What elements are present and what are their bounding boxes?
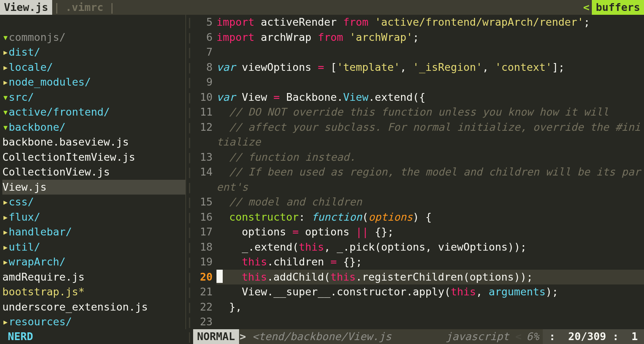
tree-item-bootstrap-js-[interactable]: bootstrap.js* [2,284,185,300]
status-total: 309 [587,329,606,344]
vsplit-segment: | [187,180,193,195]
code-line[interactable]: }, [216,300,644,315]
tree-item-view-js[interactable]: View.js [2,180,185,195]
tree-item-backbone-baseview-js[interactable]: backbone.baseview.js [2,135,185,150]
line-number-wrap [193,180,213,195]
code-line[interactable]: // If been used as region, the model and… [216,165,644,180]
tree-item-locale-[interactable]: ▸ locale/ [2,60,185,75]
code-line[interactable]: _.extend(this, _.pick(options, viewOptio… [216,240,644,255]
vsplit-segment: | [187,300,193,315]
expander-icon[interactable]: ▸ [2,240,9,255]
expander-icon[interactable]: ▾ [2,90,9,105]
line-number: 11 [193,105,213,120]
code-line[interactable]: View.__super__.constructor.apply(this, a… [216,284,644,300]
expander-icon[interactable]: ▸ [2,60,9,75]
vsplit-segment: | [187,15,193,30]
expander-icon[interactable]: ▸ [2,314,9,329]
tree-item-backbone-[interactable]: ▾ backbone/ [2,120,185,135]
vsplit-segment: | [187,120,193,135]
code-line[interactable]: options = options || {}; [216,225,644,240]
expander-icon[interactable]: ▸ [2,225,9,240]
code-line[interactable]: var View = Backbone.View.extend({ [216,90,644,105]
vsplit-segment: | [187,284,193,300]
vsplit-segment: | [187,195,193,210]
expander-icon[interactable]: ▸ [2,210,9,225]
expander-icon[interactable]: ▸ [2,45,9,60]
tree-item-src-[interactable]: ▾ src/ [2,90,185,105]
tree-item-collectionview-js[interactable]: CollectionView.js [2,165,185,180]
line-number: 5 [193,15,213,30]
code-line[interactable] [216,45,644,60]
tree-root[interactable] [2,15,185,30]
tree-item-node-modules-[interactable]: ▸ node_modules/ [2,75,185,90]
vsplit-segment: | [187,75,193,90]
expander-icon[interactable]: ▸ [2,195,9,210]
vertical-split-bar[interactable]: ||||||||||||||||||||| [186,15,193,329]
code-line[interactable]: this.addChild(this.registerChildren(opti… [216,270,644,285]
status-filetype: javascript [440,329,515,344]
status-col: 1 [632,329,638,344]
expander-icon[interactable]: ▸ [2,254,9,270]
code-line[interactable]: // affect your subclass. For normal init… [216,120,644,135]
vsplit-segment: | [187,105,193,120]
editor-pane[interactable]: 56789101112 1314 151617181920212223 impo… [193,15,644,329]
line-number: 15 [193,195,213,210]
vsplit-segment: | [187,254,193,270]
status-position: : 20/309 : 1 [543,329,644,344]
tree-item-css-[interactable]: ▸ css/ [2,195,185,210]
tree-item-dist-[interactable]: ▸ dist/ [2,45,185,60]
tree-item-util-[interactable]: ▸ util/ [2,240,185,255]
code-line-wrap[interactable]: tialize [216,135,644,150]
code-line[interactable]: // function instead. [216,150,644,165]
tree-item-handlebar-[interactable]: ▸ handlebar/ [2,225,185,240]
code-line[interactable]: import activeRender from 'active/fronten… [216,15,644,30]
vsplit-segment: | [187,150,193,165]
vsplit-segment: | [187,90,193,105]
vim-window: View.js | .vimrc | < buffers ▾ commonjs/… [0,0,644,344]
vsplit-segment: | [187,314,193,329]
code-line-wrap[interactable]: ent's [216,180,644,195]
vsplit-segment: | [187,210,193,225]
code-line[interactable]: // model and children [216,195,644,210]
line-number: 9 [193,75,213,90]
tree-item-collectionitemview-js[interactable]: CollectionItemView.js [2,150,185,165]
expander-icon[interactable]: ▾ [2,30,9,45]
tree-item-active-frontend-[interactable]: ▾ active/frontend/ [2,105,185,120]
separator-angle-left: < [515,329,523,344]
tree-item-amdrequire-js[interactable]: amdRequire.js [2,270,185,285]
code-line[interactable] [216,314,644,329]
expander-icon[interactable]: ▾ [2,105,9,120]
tab-view-js[interactable]: View.js [0,0,52,15]
vsplit-segment: | [187,30,193,45]
tree-item-wraparch-[interactable]: ▸ wrapArch/ [2,254,185,270]
vsplit-segment: | [187,165,193,180]
vsplit-segment: | [187,240,193,255]
line-number: 6 [193,30,213,45]
status-filepath: <tend/backbone/View.js [247,329,397,344]
code-line[interactable]: constructor: function(options) { [216,210,644,225]
tree-item-resources-[interactable]: ▸ resources/ [2,314,185,329]
code-line[interactable] [216,75,644,90]
code-line[interactable]: import archWrap from 'archWrap'; [216,30,644,45]
tree-item-underscore-extension-js[interactable]: underscore_extension.js [2,300,185,315]
main-area: ▾ commonjs/ ▸ dist/ ▸ locale/ ▸ node_mod… [0,15,644,329]
nerdtree-status: NERD [0,329,186,344]
code-line[interactable]: // DO NOT override this function unless … [216,105,644,120]
buffers-indicator[interactable]: buffers [592,0,644,15]
line-number: 21 [193,284,213,300]
nerdtree-sidebar[interactable]: ▾ commonjs/ ▸ dist/ ▸ locale/ ▸ node_mod… [0,15,186,329]
vsplit-segment: | [187,270,193,285]
tab-vimrc[interactable]: .vimrc [62,0,107,15]
line-number-gutter: 56789101112 1314 151617181920212223 [193,15,216,329]
tree-item-commonjs-[interactable]: ▾ commonjs/ [2,30,185,45]
code-line[interactable]: this.children = {}; [216,254,644,270]
status-sep1: : [549,329,555,344]
tab-separator: | [52,0,62,15]
statusline: NERD | NORMAL > <tend/backbone/View.js j… [0,329,644,344]
code-area[interactable]: import activeRender from 'active/fronten… [216,15,644,329]
expander-icon[interactable]: ▸ [2,75,9,90]
expander-icon[interactable]: ▾ [2,120,9,135]
line-number: 13 [193,150,213,165]
code-line[interactable]: var viewOptions = ['template', '_isRegio… [216,60,644,75]
tree-item-flux-[interactable]: ▸ flux/ [2,210,185,225]
